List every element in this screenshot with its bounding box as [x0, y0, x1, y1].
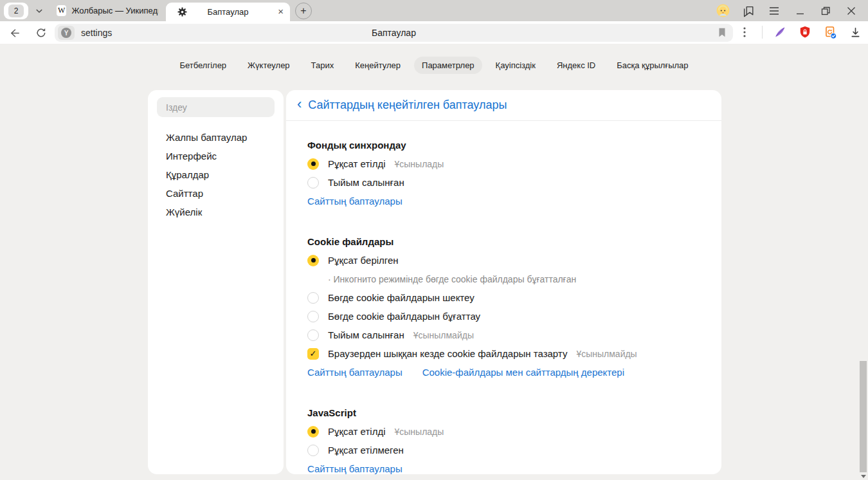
- back-icon[interactable]: [6, 25, 22, 41]
- shield-lock-icon[interactable]: [797, 24, 813, 40]
- tab-wikipedia[interactable]: W Жолбарыс — Уикипедия: [50, 0, 165, 21]
- checkbox-checked[interactable]: ✓: [307, 348, 319, 360]
- nav-item-yandex-id[interactable]: Яндекс ID: [549, 57, 603, 74]
- minimize-window-icon[interactable]: [792, 3, 808, 19]
- page-title: Баптаулар: [55, 28, 733, 38]
- section-title: Фондық синхрондау: [307, 136, 721, 154]
- scrollbar-down-arrow-icon[interactable]: [861, 475, 866, 478]
- nav-item-other-devices[interactable]: Басқа құрылғылар: [609, 57, 696, 74]
- menu-hamburger-icon[interactable]: [766, 3, 782, 19]
- settings-nav: Бетбелгілер Жүктеулер Тарих Кеңейтулер П…: [0, 57, 868, 74]
- scrollbar-thumb[interactable]: [860, 361, 867, 472]
- extension-feather-icon[interactable]: [772, 24, 788, 40]
- option-row: Тыйым салынған Ұсынылмайды: [307, 326, 721, 344]
- option-label[interactable]: Бөгде cookie файлдарын бұғаттау: [328, 311, 480, 322]
- tab-count: 2: [8, 5, 24, 17]
- option-row: Рұқсат етілді Ұсынылады: [307, 154, 721, 173]
- sidebar-item-sites[interactable]: Сайттар: [148, 184, 284, 203]
- kebab-menu-icon[interactable]: [737, 24, 752, 40]
- tab-settings[interactable]: Баптаулар ×: [166, 3, 290, 21]
- option-hint: Ұсынылады: [395, 159, 444, 169]
- sidebar-search[interactable]: [157, 97, 275, 117]
- section-cookies: Cookie файлдары Рұқсат берілген · Инкогн…: [307, 232, 721, 382]
- option-row: ✓ Браузерден шыққан кезде cookie файлдар…: [307, 344, 721, 363]
- section-title: JavaScript: [307, 403, 721, 422]
- option-hint: Ұсынылмайды: [576, 349, 637, 359]
- sidebar-item-general[interactable]: Жалпы баптаулар: [148, 128, 284, 147]
- close-tab-icon[interactable]: ×: [278, 6, 284, 17]
- option-hint: Ұсынылады: [395, 427, 444, 437]
- tab-counter-button[interactable]: 2: [4, 3, 28, 19]
- reload-icon[interactable]: [33, 25, 49, 41]
- section-javascript: JavaScript Рұқсат етілді Ұсынылады Рұқса…: [307, 403, 721, 474]
- radio-unselected[interactable]: [307, 177, 319, 189]
- option-row: Бөгде cookie файлдарын шектеу: [307, 288, 721, 307]
- content-title[interactable]: Сайттардың кеңейтілген баптаулары: [308, 98, 507, 112]
- new-tab-button[interactable]: +: [295, 3, 312, 19]
- settings-content: ‹ Сайттардың кеңейтілген баптаулары Фонд…: [286, 90, 721, 474]
- search-input[interactable]: [157, 102, 275, 113]
- option-row: Бөгде cookie файлдарын бұғаттау: [307, 307, 721, 326]
- nav-item-history[interactable]: Тарих: [303, 57, 342, 74]
- site-settings-link[interactable]: Сайттың баптаулары: [307, 196, 402, 207]
- site-settings-link[interactable]: Сайттың баптаулары: [307, 463, 402, 474]
- nav-item-downloads[interactable]: Жүктеулер: [240, 57, 298, 74]
- section-title: Cookie файлдары: [307, 232, 721, 251]
- wikipedia-icon: W: [57, 5, 66, 16]
- address-bar[interactable]: Y settings Баптаулар: [55, 24, 733, 42]
- option-label[interactable]: Рұқсат етілді: [328, 158, 386, 169]
- protected-document-icon[interactable]: [822, 24, 838, 40]
- nav-item-security[interactable]: Қауіпсіздік: [488, 57, 543, 74]
- bookmark-flag-icon[interactable]: [716, 26, 728, 39]
- option-label[interactable]: Тыйым салынған: [328, 177, 404, 188]
- option-hint: Ұсынылмайды: [413, 330, 474, 340]
- tab-list-chevron-down-icon[interactable]: [28, 3, 50, 19]
- browser-toolbar: Y settings Баптаулар: [0, 21, 868, 44]
- back-chevron-icon[interactable]: ‹: [297, 97, 302, 111]
- nav-item-bookmarks[interactable]: Бетбелгілер: [172, 57, 234, 74]
- option-row: Тыйым салынған: [307, 173, 721, 192]
- toolbar-separator: [762, 26, 763, 39]
- radio-unselected[interactable]: [307, 445, 319, 456]
- radio-unselected[interactable]: [307, 329, 319, 341]
- radio-selected[interactable]: [307, 426, 319, 438]
- section-background-sync: Фондық синхрондау Рұқсат етілді Ұсынылад…: [307, 136, 721, 210]
- radio-unselected[interactable]: [307, 292, 319, 304]
- site-settings-link[interactable]: Сайттың баптаулары: [307, 367, 402, 378]
- profile-avatar[interactable]: [715, 3, 730, 19]
- option-label[interactable]: Браузерден шыққан кезде cookie файлдарын…: [328, 348, 567, 359]
- option-label[interactable]: Тыйым салынған: [328, 329, 404, 340]
- tab-title: Жолбарыс — Уикипедия: [71, 6, 158, 15]
- option-label[interactable]: Рұқсат етілді: [328, 426, 386, 437]
- restore-window-icon[interactable]: [818, 3, 833, 19]
- option-label[interactable]: Бөгде cookie файлдарын шектеу: [328, 292, 475, 303]
- option-label[interactable]: Рұқсат берілген: [328, 255, 399, 266]
- tab-title: Баптаулар: [166, 7, 290, 17]
- settings-sidebar: Жалпы баптаулар Интерфейс Құралдар Сайтт…: [148, 90, 284, 474]
- option-label[interactable]: Рұқсат етілмеген: [328, 445, 404, 456]
- option-row: Рұқсат етілді Ұсынылады: [307, 422, 721, 441]
- sidebar-item-system[interactable]: Жүйелік: [148, 203, 284, 221]
- nav-item-settings[interactable]: Параметрлер: [414, 57, 482, 74]
- cookies-data-link[interactable]: Cookie-файлдары мен сайттардың деректері: [422, 367, 624, 378]
- radio-selected[interactable]: [307, 255, 319, 266]
- radio-unselected[interactable]: [307, 311, 319, 322]
- nav-item-extensions[interactable]: Кеңейтулер: [347, 57, 408, 74]
- sidebar-item-interface[interactable]: Интерфейс: [148, 147, 284, 165]
- tab-strip: 2 W Жолбарыс — Уикипедия: [0, 0, 868, 21]
- option-row: Рұқсат етілмеген: [307, 441, 721, 459]
- radio-selected[interactable]: [307, 158, 319, 170]
- content-header: ‹ Сайттардың кеңейтілген баптаулары: [286, 90, 721, 121]
- side-panel-bookmarks-icon[interactable]: [741, 3, 756, 19]
- option-row: Рұқсат берілген: [307, 251, 721, 270]
- close-window-icon[interactable]: [844, 3, 859, 19]
- download-icon[interactable]: [847, 24, 863, 40]
- sidebar-item-tools[interactable]: Құралдар: [148, 165, 284, 184]
- option-note: · Инкогнито режимінде бөгде cookie файлд…: [307, 270, 721, 288]
